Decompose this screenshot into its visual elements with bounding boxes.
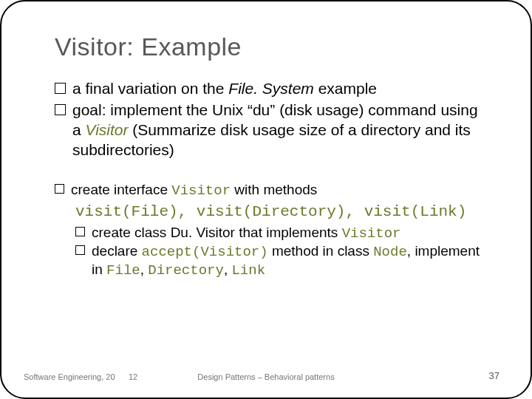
bullet-1: a final variation on the File. System ex… (55, 79, 489, 99)
bullet-5: declare accept(Visitor) method in class … (75, 242, 489, 280)
footer-mid: Design Patterns – Behavioral patterns (1, 372, 531, 381)
bullet-2: goal: implement the Unix “du” (disk usag… (55, 100, 489, 160)
bullet-1-italic: File. System (228, 80, 314, 97)
bullet-3-text-b: with methods (231, 182, 317, 197)
slide: Visitor: Example a final variation on th… (0, 0, 532, 399)
bullet-4: create class Du. Visitor that implements… (75, 224, 489, 242)
bullet-5-m3: File (106, 262, 140, 279)
bullet-4-text-a: create class Du. Visitor that implements (92, 225, 342, 240)
bullet-2-italic: Visitor (86, 121, 129, 138)
bullet-5-text-e: , (224, 262, 232, 277)
bullet-3-monoline: visit(File), visit(Directory), visit(Lin… (75, 203, 466, 220)
sub-list: create class Du. Visitor that implements… (75, 224, 489, 280)
bullet-3-mono: Visitor (171, 183, 231, 199)
bullet-5-text-d: , (140, 262, 149, 277)
bullet-4-mono: Visitor (342, 225, 401, 242)
bullet-2-text-b: (Summarize disk usage size of a director… (72, 121, 471, 158)
bullet-5-m2: Node (373, 244, 407, 260)
bullet-3-monoline-wrap: visit(File), visit(Directory), visit(Lin… (75, 201, 489, 222)
footer-right: 37 (489, 370, 499, 381)
bullet-5-text-a: declare (92, 243, 142, 259)
bullet-3-text-a: create interface (71, 182, 171, 197)
bullet-1-text-a: a final variation on the (72, 80, 228, 97)
bullet-3: create interface Visitor with methods (55, 181, 489, 200)
bullet-5-m4: Directory (148, 262, 224, 279)
bullet-5-m5: Link (231, 262, 265, 279)
bullet-5-m1: accept(Visitor) (142, 244, 268, 260)
spacer (55, 162, 489, 181)
bullet-5-text-b: method in class (268, 243, 374, 259)
bullet-1-text-b: example (314, 80, 377, 97)
slide-title: Visitor: Example (55, 33, 489, 61)
slide-body: a final variation on the File. System ex… (55, 79, 489, 280)
